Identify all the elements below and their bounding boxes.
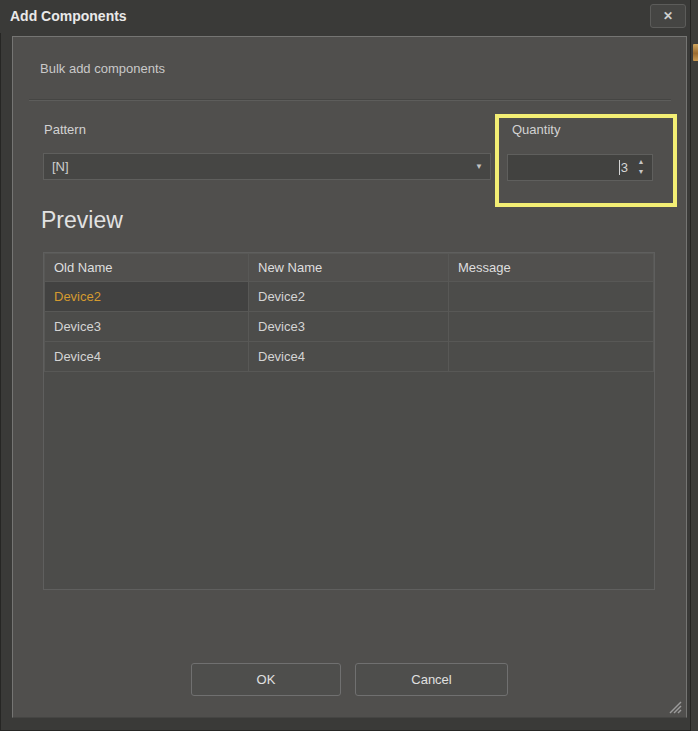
quantity-stepper[interactable]: 3 ▲ ▼ xyxy=(507,154,653,181)
cell-old-name[interactable]: Device4 xyxy=(45,342,249,372)
text-caret xyxy=(619,160,620,175)
close-button[interactable]: ✕ xyxy=(650,4,686,28)
add-components-dialog: Add Components ✕ Bulk add components Pat… xyxy=(0,0,698,731)
pattern-dropdown[interactable]: [N] ▼ xyxy=(43,153,491,180)
dialog-body-panel: Bulk add components Pattern [N] ▼ Quanti… xyxy=(12,36,687,718)
spin-up-icon[interactable]: ▲ xyxy=(638,158,645,165)
quantity-value-wrap: 3 xyxy=(619,155,628,180)
cell-message[interactable] xyxy=(449,342,654,372)
resize-grip-icon[interactable] xyxy=(665,697,682,714)
cell-new-name[interactable]: Device3 xyxy=(249,312,449,342)
table-row[interactable]: Device4 Device4 xyxy=(45,342,654,372)
ok-button[interactable]: OK xyxy=(191,663,341,696)
quantity-spin-arrows: ▲ ▼ xyxy=(634,158,648,175)
column-header-old-name[interactable]: Old Name xyxy=(45,254,249,282)
quantity-label: Quantity xyxy=(512,122,560,137)
cell-message[interactable] xyxy=(449,282,654,312)
cell-new-name[interactable]: Device4 xyxy=(249,342,449,372)
cancel-button[interactable]: Cancel xyxy=(355,663,508,696)
section-divider xyxy=(29,99,671,101)
background-icon-fragment xyxy=(693,44,698,61)
close-icon: ✕ xyxy=(663,9,673,23)
dialog-titlebar[interactable]: Add Components xyxy=(0,0,690,33)
table-row[interactable]: Device3 Device3 xyxy=(45,312,654,342)
table-row[interactable]: Device2 Device2 xyxy=(45,282,654,312)
background-app-sliver xyxy=(690,0,698,731)
table-header-row: Old Name New Name Message xyxy=(45,254,654,282)
dialog-description: Bulk add components xyxy=(40,61,165,76)
pattern-label: Pattern xyxy=(44,122,86,137)
spin-down-icon[interactable]: ▼ xyxy=(638,168,645,175)
dialog-title: Add Components xyxy=(10,8,127,24)
cell-new-name[interactable]: Device2 xyxy=(249,282,449,312)
cell-old-name[interactable]: Device3 xyxy=(45,312,249,342)
column-header-new-name[interactable]: New Name xyxy=(249,254,449,282)
quantity-value: 3 xyxy=(621,160,628,175)
cell-message[interactable] xyxy=(449,312,654,342)
preview-heading: Preview xyxy=(41,207,123,234)
column-header-message[interactable]: Message xyxy=(449,254,654,282)
pattern-dropdown-value: [N] xyxy=(52,154,69,179)
chevron-down-icon: ▼ xyxy=(475,162,483,171)
cell-old-name[interactable]: Device2 xyxy=(45,282,249,312)
preview-table: Old Name New Name Message Device2 Device… xyxy=(43,252,655,590)
